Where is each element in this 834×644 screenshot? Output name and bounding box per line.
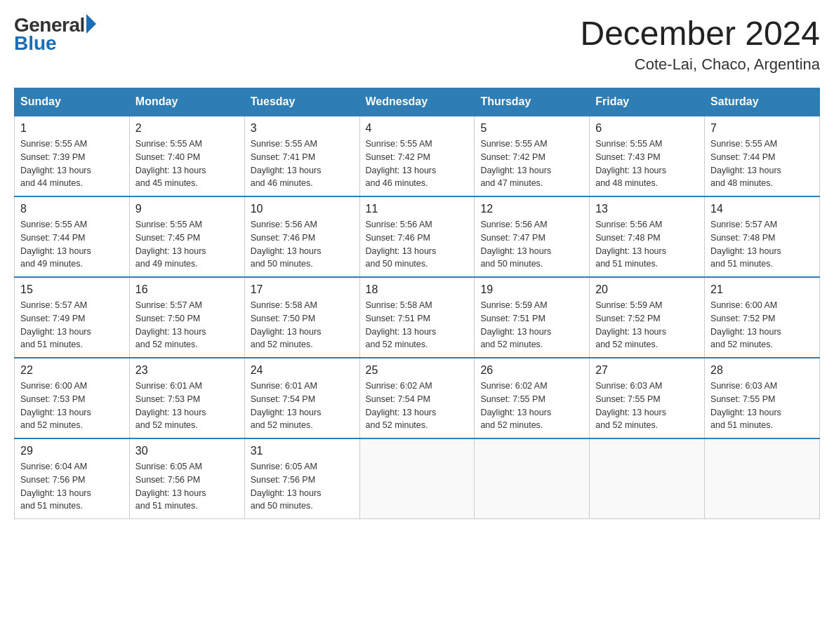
day-info: Sunrise: 5:56 AM Sunset: 7:47 PM Dayligh…	[480, 218, 583, 271]
day-number: 16	[135, 283, 239, 296]
day-number: 27	[595, 364, 699, 377]
location-subtitle: Cote-Lai, Chaco, Argentina	[580, 55, 820, 74]
week-row-1: 1 Sunrise: 5:55 AM Sunset: 7:39 PM Dayli…	[15, 116, 820, 196]
weekday-header-row: Sunday Monday Tuesday Wednesday Thursday…	[15, 88, 820, 116]
day-number: 11	[366, 203, 469, 215]
title-area: December 2024 Cote-Lai, Chaco, Argentina	[580, 14, 820, 74]
day-info: Sunrise: 6:05 AM Sunset: 7:56 PM Dayligh…	[135, 460, 239, 513]
header-tuesday: Tuesday	[244, 88, 359, 116]
calendar-cell: 6 Sunrise: 5:55 AM Sunset: 7:43 PM Dayli…	[590, 116, 705, 196]
calendar-cell: 21 Sunrise: 6:00 AM Sunset: 7:52 PM Dayl…	[705, 277, 820, 358]
calendar-cell: 12 Sunrise: 5:56 AM Sunset: 7:47 PM Dayl…	[475, 196, 590, 277]
calendar-cell: 7 Sunrise: 5:55 AM Sunset: 7:44 PM Dayli…	[705, 116, 820, 196]
day-number: 20	[595, 283, 699, 296]
day-info: Sunrise: 6:01 AM Sunset: 7:53 PM Dayligh…	[135, 380, 239, 432]
day-info: Sunrise: 5:55 AM Sunset: 7:40 PM Dayligh…	[135, 137, 239, 190]
week-row-5: 29 Sunrise: 6:04 AM Sunset: 7:56 PM Dayl…	[15, 438, 820, 519]
calendar-cell: 10 Sunrise: 5:56 AM Sunset: 7:46 PM Dayl…	[244, 196, 359, 277]
day-info: Sunrise: 5:58 AM Sunset: 7:50 PM Dayligh…	[251, 299, 354, 351]
week-row-3: 15 Sunrise: 5:57 AM Sunset: 7:49 PM Dayl…	[15, 277, 820, 358]
calendar-cell: 29 Sunrise: 6:04 AM Sunset: 7:56 PM Dayl…	[15, 438, 130, 519]
calendar-cell	[475, 438, 590, 519]
calendar-cell: 5 Sunrise: 5:55 AM Sunset: 7:42 PM Dayli…	[475, 116, 590, 196]
day-number: 5	[480, 122, 583, 135]
calendar-cell: 22 Sunrise: 6:00 AM Sunset: 7:53 PM Dayl…	[15, 358, 130, 438]
calendar-cell: 9 Sunrise: 5:55 AM Sunset: 7:45 PM Dayli…	[129, 196, 244, 277]
day-number: 8	[20, 203, 124, 215]
day-number: 18	[366, 283, 469, 296]
day-info: Sunrise: 5:56 AM Sunset: 7:48 PM Dayligh…	[595, 218, 699, 271]
day-info: Sunrise: 6:05 AM Sunset: 7:56 PM Dayligh…	[251, 460, 354, 513]
day-number: 12	[480, 203, 583, 215]
calendar-cell: 4 Sunrise: 5:55 AM Sunset: 7:42 PM Dayli…	[359, 116, 475, 196]
week-row-2: 8 Sunrise: 5:55 AM Sunset: 7:44 PM Dayli…	[15, 196, 820, 277]
calendar-cell: 13 Sunrise: 5:56 AM Sunset: 7:48 PM Dayl…	[590, 196, 705, 277]
day-info: Sunrise: 5:55 AM Sunset: 7:42 PM Dayligh…	[480, 137, 583, 190]
calendar-cell: 27 Sunrise: 6:03 AM Sunset: 7:55 PM Dayl…	[590, 358, 705, 438]
day-info: Sunrise: 6:04 AM Sunset: 7:56 PM Dayligh…	[20, 460, 124, 513]
header-sunday: Sunday	[15, 88, 130, 116]
calendar-cell: 19 Sunrise: 5:59 AM Sunset: 7:51 PM Dayl…	[475, 277, 590, 358]
calendar-cell: 15 Sunrise: 5:57 AM Sunset: 7:49 PM Dayl…	[15, 277, 130, 358]
day-info: Sunrise: 5:55 AM Sunset: 7:42 PM Dayligh…	[366, 137, 469, 190]
day-info: Sunrise: 5:55 AM Sunset: 7:41 PM Dayligh…	[251, 137, 354, 190]
day-number: 31	[251, 445, 354, 457]
calendar-cell: 23 Sunrise: 6:01 AM Sunset: 7:53 PM Dayl…	[129, 358, 244, 438]
day-info: Sunrise: 5:58 AM Sunset: 7:51 PM Dayligh…	[366, 299, 469, 351]
day-info: Sunrise: 6:02 AM Sunset: 7:54 PM Dayligh…	[366, 380, 469, 432]
logo-blue-text: Blue	[14, 32, 96, 55]
day-number: 21	[710, 283, 814, 296]
day-info: Sunrise: 5:55 AM Sunset: 7:44 PM Dayligh…	[20, 218, 124, 271]
calendar-cell: 20 Sunrise: 5:59 AM Sunset: 7:52 PM Dayl…	[590, 277, 705, 358]
header-friday: Friday	[590, 88, 705, 116]
day-info: Sunrise: 5:55 AM Sunset: 7:44 PM Dayligh…	[710, 137, 814, 190]
calendar-cell: 18 Sunrise: 5:58 AM Sunset: 7:51 PM Dayl…	[359, 277, 475, 358]
day-number: 24	[251, 364, 354, 377]
day-number: 22	[20, 364, 124, 377]
day-info: Sunrise: 5:57 AM Sunset: 7:48 PM Dayligh…	[710, 218, 814, 271]
day-number: 10	[251, 203, 354, 215]
day-number: 23	[135, 364, 239, 377]
day-info: Sunrise: 5:56 AM Sunset: 7:46 PM Dayligh…	[366, 218, 469, 271]
calendar-cell: 26 Sunrise: 6:02 AM Sunset: 7:55 PM Dayl…	[475, 358, 590, 438]
calendar-cell: 24 Sunrise: 6:01 AM Sunset: 7:54 PM Dayl…	[244, 358, 359, 438]
day-number: 15	[20, 283, 124, 296]
day-number: 6	[595, 122, 699, 135]
calendar-cell: 2 Sunrise: 5:55 AM Sunset: 7:40 PM Dayli…	[129, 116, 244, 196]
day-number: 4	[366, 122, 469, 135]
week-row-4: 22 Sunrise: 6:00 AM Sunset: 7:53 PM Dayl…	[15, 358, 820, 438]
day-info: Sunrise: 6:03 AM Sunset: 7:55 PM Dayligh…	[595, 380, 699, 432]
day-number: 17	[251, 283, 354, 296]
day-number: 28	[710, 364, 814, 377]
day-info: Sunrise: 6:02 AM Sunset: 7:55 PM Dayligh…	[480, 380, 583, 432]
day-info: Sunrise: 5:55 AM Sunset: 7:43 PM Dayligh…	[595, 137, 699, 190]
day-info: Sunrise: 6:00 AM Sunset: 7:52 PM Dayligh…	[710, 299, 814, 351]
day-number: 30	[135, 445, 239, 457]
day-info: Sunrise: 5:57 AM Sunset: 7:49 PM Dayligh…	[20, 299, 124, 351]
day-info: Sunrise: 6:01 AM Sunset: 7:54 PM Dayligh…	[251, 380, 354, 432]
calendar-cell: 1 Sunrise: 5:55 AM Sunset: 7:39 PM Dayli…	[15, 116, 130, 196]
calendar-cell: 30 Sunrise: 6:05 AM Sunset: 7:56 PM Dayl…	[129, 438, 244, 519]
calendar-cell: 17 Sunrise: 5:58 AM Sunset: 7:50 PM Dayl…	[244, 277, 359, 358]
logo: General Blue	[14, 14, 96, 55]
calendar-cell: 3 Sunrise: 5:55 AM Sunset: 7:41 PM Dayli…	[244, 116, 359, 196]
calendar-cell: 8 Sunrise: 5:55 AM Sunset: 7:44 PM Dayli…	[15, 196, 130, 277]
calendar-cell: 31 Sunrise: 6:05 AM Sunset: 7:56 PM Dayl…	[244, 438, 359, 519]
day-number: 13	[595, 203, 699, 215]
calendar-cell: 25 Sunrise: 6:02 AM Sunset: 7:54 PM Dayl…	[359, 358, 475, 438]
calendar-cell	[590, 438, 705, 519]
day-info: Sunrise: 5:56 AM Sunset: 7:46 PM Dayligh…	[251, 218, 354, 271]
day-number: 25	[366, 364, 469, 377]
day-number: 19	[480, 283, 583, 296]
month-year-title: December 2024	[580, 14, 820, 53]
logo-triangle-icon	[86, 14, 96, 34]
calendar-cell: 16 Sunrise: 5:57 AM Sunset: 7:50 PM Dayl…	[129, 277, 244, 358]
day-number: 9	[135, 203, 239, 215]
day-number: 3	[251, 122, 354, 135]
day-number: 29	[20, 445, 124, 457]
day-info: Sunrise: 5:59 AM Sunset: 7:52 PM Dayligh…	[595, 299, 699, 351]
day-info: Sunrise: 5:55 AM Sunset: 7:39 PM Dayligh…	[20, 137, 124, 190]
day-number: 26	[480, 364, 583, 377]
header-wednesday: Wednesday	[359, 88, 475, 116]
calendar-cell: 14 Sunrise: 5:57 AM Sunset: 7:48 PM Dayl…	[705, 196, 820, 277]
